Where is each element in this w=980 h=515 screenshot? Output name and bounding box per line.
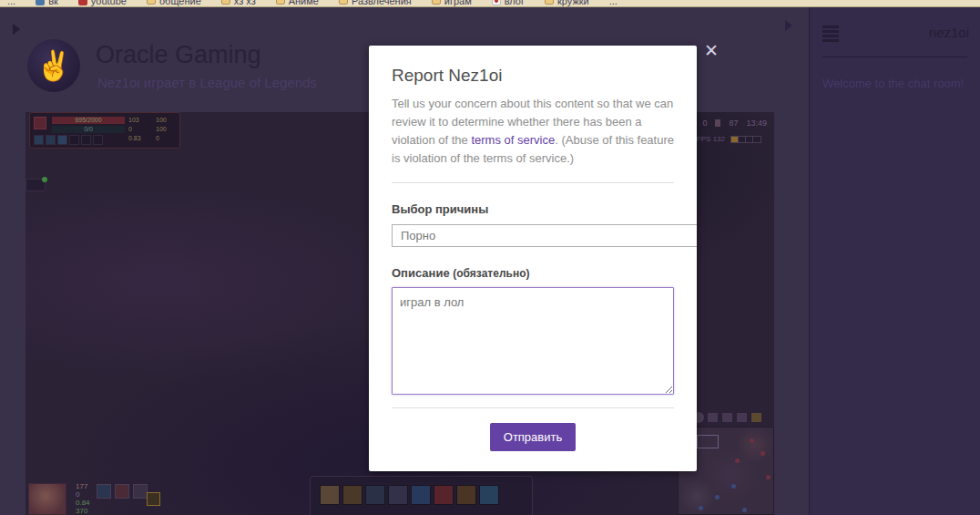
bookmark-folder[interactable]: кружки xyxy=(545,0,589,6)
channel-status: Nez1oi играет в League of Legends xyxy=(97,75,317,90)
bookmark-item[interactable]: влог xyxy=(492,0,525,6)
bookmark-folder[interactable]: хз хз xyxy=(221,0,256,6)
description-label: Описание (обязательно) xyxy=(392,266,674,280)
folder-icon xyxy=(221,0,230,5)
target-portrait-icon xyxy=(34,117,46,129)
camera-lock-icon xyxy=(26,179,46,191)
folder-icon xyxy=(339,0,348,5)
ally-dot xyxy=(699,506,703,510)
cs-icon xyxy=(715,119,720,127)
chat-welcome-message: Welcome to the chat room! xyxy=(822,77,964,90)
description-label-text: Описание xyxy=(392,266,453,280)
bookmark-label: youtube xyxy=(91,0,127,6)
terms-of-service-link[interactable]: terms of service xyxy=(471,133,555,147)
description-required-text: (обязательно) xyxy=(453,267,529,280)
target-frame: 695/2000 0/0 103 100 0 100 0.83 0 xyxy=(29,112,180,149)
stat-ap: 0 xyxy=(128,125,152,133)
stat-armor: 100 xyxy=(156,116,179,124)
divider xyxy=(392,182,674,183)
player-attackspeed: 0.84 xyxy=(76,499,90,507)
bookmarks-row: ... вк youtube общение хз хз Аниме Развл… xyxy=(0,0,980,7)
ability-e-icon xyxy=(388,485,408,505)
player-movespeed: 370 xyxy=(76,507,90,515)
collapse-chat-arrow-icon[interactable] xyxy=(785,20,792,31)
help-button-icon xyxy=(750,412,762,423)
ally-dot xyxy=(715,495,720,500)
chat-menu-icon[interactable] xyxy=(822,26,839,44)
bookmark-item[interactable]: ... xyxy=(7,0,15,6)
bookmark-folder[interactable]: общение xyxy=(147,0,201,6)
spell-slot-empty xyxy=(69,135,79,145)
champion-icon xyxy=(320,485,340,505)
stat-ad: 103 xyxy=(128,116,152,124)
ability-bar xyxy=(310,476,533,515)
ability-w-icon xyxy=(365,485,385,505)
spell-icon xyxy=(57,135,67,145)
spell-slot-empty xyxy=(81,135,91,145)
chat-panel: nez1oi Welcome to the chat room! xyxy=(809,7,980,515)
player-ap: 0 xyxy=(76,490,90,499)
bookmark-label: общение xyxy=(159,0,201,6)
reason-label: Выбор причины xyxy=(392,202,674,216)
folder-icon xyxy=(276,0,285,5)
vk-icon xyxy=(36,0,45,5)
fps-value: FPS 132 xyxy=(697,135,725,143)
bookmark-label: ... xyxy=(609,0,618,6)
trinket-icon xyxy=(147,492,160,506)
close-icon[interactable]: ✕ xyxy=(704,42,719,59)
fps-indicator: FPS 132 xyxy=(697,135,761,143)
bookmark-folder[interactable]: Аниме xyxy=(276,0,319,6)
description-textarea[interactable]: играл в лол xyxy=(392,287,674,395)
bookmark-label: вк xyxy=(48,0,58,6)
page-icon xyxy=(492,0,501,5)
twitch-report-page: ... вк youtube общение хз хз Аниме Развл… xyxy=(0,0,980,515)
bookmark-label: хз хз xyxy=(234,0,256,6)
stat-crit: 0 xyxy=(156,134,179,142)
status-dot xyxy=(42,177,47,182)
game-clock: 13:49 xyxy=(746,118,767,128)
submit-report-button[interactable]: Отправить xyxy=(490,423,576,451)
fps-meter xyxy=(730,136,761,143)
bookmark-item-youtube[interactable]: youtube xyxy=(78,0,127,6)
reason-select[interactable] xyxy=(392,224,697,247)
item-slots xyxy=(97,484,148,499)
report-modal: Report Nez1oi Tell us your concern about… xyxy=(369,46,697,471)
item-icon xyxy=(133,484,148,499)
spell-slot-empty xyxy=(93,135,103,145)
player-portrait xyxy=(28,483,66,515)
chat-room-title: nez1oi xyxy=(929,25,969,40)
scoreboard-button-icon xyxy=(721,412,733,423)
enemy-dot xyxy=(750,438,754,443)
bookmark-label: Развлечения xyxy=(352,0,412,6)
stat-as: 0.83 xyxy=(128,134,152,142)
folder-icon xyxy=(432,0,441,5)
bookmark-folder[interactable]: играм xyxy=(432,0,472,6)
minimap-viewport xyxy=(697,435,719,448)
ability-q-icon xyxy=(342,485,362,505)
shop-button-icon xyxy=(707,412,719,423)
collapse-left-arrow-icon[interactable] xyxy=(13,24,20,35)
bookmark-folder[interactable]: Развлечения xyxy=(339,0,412,6)
bookmark-label: кружки xyxy=(557,0,589,6)
bookmark-overflow[interactable]: ... xyxy=(609,0,618,6)
channel-title: Oracle Gaming xyxy=(96,41,261,69)
bookmark-label: играм xyxy=(444,0,472,6)
player-attack: 177 xyxy=(76,482,90,490)
stat-mr: 100 xyxy=(156,125,179,133)
bookmark-label: влог xyxy=(505,0,525,6)
kills-count: 0 xyxy=(702,118,707,128)
target-mana-bar: 0/0 xyxy=(52,126,125,133)
game-top-counters: 0 87 13:49 xyxy=(689,118,767,128)
enemy-dot xyxy=(735,458,740,463)
ability-r-icon xyxy=(411,485,431,505)
bookmark-label: ... xyxy=(7,0,15,6)
ally-dot xyxy=(742,508,747,512)
player-stats: 177 0 0.84 370 xyxy=(76,482,90,515)
peace-hand-icon: ✌ xyxy=(36,48,72,83)
bookmark-item-vk[interactable]: вк xyxy=(36,0,58,6)
chat-header-divider xyxy=(822,57,967,57)
folder-icon xyxy=(545,0,554,5)
channel-avatar[interactable]: ✌ xyxy=(27,39,80,92)
modal-description: Tell us your concern about this content … xyxy=(392,95,674,168)
folder-icon xyxy=(147,0,156,5)
